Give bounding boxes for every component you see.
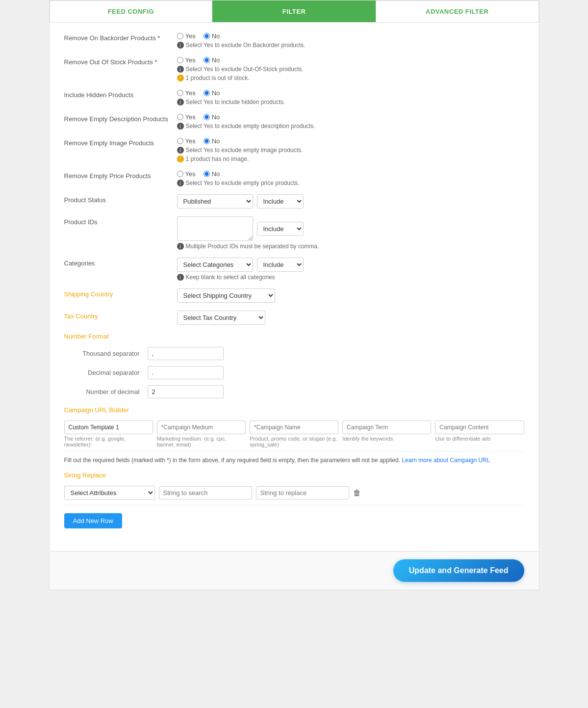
string-replace-search-input[interactable]: [159, 486, 252, 499]
remove-on-backorder-radio-group: Yes No: [177, 32, 524, 40]
tax-country-select[interactable]: Select Tax Country: [177, 311, 265, 325]
product-status-include-select[interactable]: Include Exclude: [257, 194, 304, 209]
backorder-no-radio[interactable]: [204, 33, 210, 39]
categories-info-icon: i: [177, 274, 184, 281]
campaign-content-field: Use to differentiate ads: [435, 420, 524, 447]
empty-desc-yes-radio[interactable]: [177, 114, 183, 120]
empty-image-yes[interactable]: Yes: [177, 137, 196, 145]
empty-desc-no[interactable]: No: [204, 113, 220, 121]
campaign-term-input[interactable]: [342, 420, 431, 434]
remove-empty-price-label: Remove Empty Price Products: [64, 170, 172, 180]
thousand-separator-input[interactable]: [148, 347, 224, 360]
string-replace-section: String Replace Select Attributes 🗑 Add N…: [64, 472, 524, 528]
decimal-separator-row: Decimal separator: [64, 366, 524, 379]
shipping-country-select[interactable]: Select Shipping Country: [177, 288, 275, 303]
remove-out-of-stock-label: Remove Out Of Stock Products *: [64, 56, 172, 66]
remove-out-of-stock-radio-group: Yes No: [177, 56, 524, 64]
backorder-yes-radio[interactable]: [177, 33, 183, 39]
remove-empty-image-controls: Yes No i Select Yes to exclude empty ima…: [177, 137, 524, 162]
string-replace-attribute-select[interactable]: Select Attributes: [64, 486, 155, 500]
out-of-stock-yes[interactable]: Yes: [177, 56, 196, 64]
out-of-stock-yes-radio[interactable]: [177, 57, 183, 63]
include-hidden-controls: Yes No i Select Yes to include hidden pr…: [177, 89, 524, 105]
empty-desc-yes[interactable]: Yes: [177, 113, 196, 121]
string-replace-row: Select Attributes 🗑: [64, 486, 524, 500]
include-hidden-hint: i Select Yes to include hidden products.: [177, 99, 524, 105]
out-of-stock-warn: ! 1 product is out of stock.: [177, 75, 524, 81]
add-new-row-button[interactable]: Add New Row: [64, 513, 122, 528]
remove-on-backorder-controls: Yes No i Select Yes to exclude On Backor…: [177, 32, 524, 49]
campaign-content-input[interactable]: [435, 420, 524, 434]
campaign-name-field: Product, promo code, or slogan (e.g. spr…: [250, 420, 338, 447]
empty-desc-info-icon: i: [177, 123, 184, 130]
remove-empty-desc-controls: Yes No i Select Yes to exclude empty des…: [177, 113, 524, 130]
campaign-url-section: Campaign URL Builder The referrer: (e.g.…: [64, 406, 524, 464]
hidden-yes-radio[interactable]: [177, 90, 183, 96]
decimal-separator-label: Decimal separator: [64, 369, 148, 376]
product-ids-inline: Include Exclude: [177, 216, 524, 241]
thousand-separator-label: Thousand separator: [64, 350, 148, 357]
tab-advanced-filter[interactable]: ADVANCED FILTER: [376, 0, 539, 22]
page-wrapper: FEED CONFIG FILTER ADVANCED FILTER Remov…: [49, 0, 539, 590]
tax-country-controls: Select Tax Country: [177, 311, 524, 325]
campaign-name-input[interactable]: [250, 420, 338, 434]
remove-on-backorder-row: Remove On Backorder Products * Yes No i …: [64, 32, 524, 49]
categories-include-select[interactable]: Include Exclude: [257, 258, 304, 272]
number-of-decimal-input[interactable]: [148, 385, 224, 398]
remove-empty-desc-label: Remove Empty Description Products: [64, 113, 172, 123]
categories-select[interactable]: Select Categories: [177, 258, 253, 272]
hidden-info-icon: i: [177, 99, 184, 105]
empty-desc-no-radio[interactable]: [204, 114, 210, 120]
number-of-decimal-row: Number of decimal: [64, 385, 524, 398]
empty-image-yes-radio[interactable]: [177, 138, 183, 144]
product-status-row: Product Status Published Draft Pending P…: [64, 194, 524, 209]
remove-empty-price-row: Remove Empty Price Products Yes No i Sel…: [64, 170, 524, 186]
product-ids-input[interactable]: [177, 216, 253, 241]
empty-image-no[interactable]: No: [204, 137, 220, 145]
empty-desc-hint: i Select Yes to exclude empty descriptio…: [177, 123, 524, 130]
tab-filter[interactable]: FILTER: [212, 0, 376, 22]
include-hidden-no[interactable]: No: [204, 89, 220, 97]
empty-price-no-radio[interactable]: [204, 171, 210, 177]
categories-row: Categories Select Categories Include Exc…: [64, 258, 524, 281]
campaign-url-title: Campaign URL Builder: [64, 406, 524, 414]
remove-on-backorder-no[interactable]: No: [204, 32, 220, 40]
empty-price-yes-radio[interactable]: [177, 171, 183, 177]
remove-on-backorder-label: Remove On Backorder Products *: [64, 32, 172, 42]
out-of-stock-no-radio[interactable]: [204, 57, 210, 63]
number-format-grid: Thousand separator Decimal separator Num…: [64, 347, 524, 398]
string-replace-divider: [64, 505, 524, 505]
out-of-stock-info-icon: i: [177, 66, 184, 73]
tab-feed-config[interactable]: FEED CONFIG: [50, 0, 213, 22]
include-hidden-label: Include Hidden Products: [64, 89, 172, 99]
remove-on-backorder-yes[interactable]: Yes: [177, 32, 196, 40]
include-hidden-yes[interactable]: Yes: [177, 89, 196, 97]
string-replace-delete-icon[interactable]: 🗑: [353, 489, 361, 498]
include-hidden-row: Include Hidden Products Yes No i Select …: [64, 89, 524, 105]
product-ids-info-icon: i: [177, 243, 184, 250]
number-format-section: Number Format Thousand separator Decimal…: [64, 333, 524, 398]
empty-price-yes[interactable]: Yes: [177, 170, 196, 178]
string-replace-replace-input[interactable]: [256, 486, 349, 499]
empty-price-no[interactable]: No: [204, 170, 220, 178]
page-footer: Update and Generate Feed: [50, 551, 539, 590]
hidden-no-radio[interactable]: [204, 90, 210, 96]
remove-empty-price-controls: Yes No i Select Yes to exclude empty pri…: [177, 170, 524, 186]
campaign-medium-input[interactable]: [157, 420, 246, 434]
campaign-term-field: Identify the keywords: [342, 420, 431, 447]
product-status-select[interactable]: Published Draft Pending Private: [177, 194, 253, 209]
decimal-separator-input[interactable]: [148, 366, 224, 379]
tabs-bar: FEED CONFIG FILTER ADVANCED FILTER: [50, 0, 539, 23]
empty-image-warn: ! 1 product has no image.: [177, 156, 524, 162]
campaign-custom-template-field: The referrer: (e.g. google, newsletter): [64, 420, 153, 447]
update-generate-feed-button[interactable]: Update and Generate Feed: [393, 559, 524, 582]
out-of-stock-no[interactable]: No: [204, 56, 220, 64]
campaign-url-link[interactable]: Learn more about Campaign URL: [402, 457, 490, 464]
empty-image-warn-icon: !: [177, 156, 184, 162]
empty-image-no-radio[interactable]: [204, 138, 210, 144]
campaign-custom-template-input[interactable]: [64, 420, 153, 434]
campaign-medium-field: Marketing medium: (e.g. cpc, banner, ema…: [157, 420, 246, 447]
campaign-custom-template-hint: The referrer: (e.g. google, newsletter): [64, 436, 153, 447]
out-of-stock-warn-icon: !: [177, 75, 184, 81]
product-ids-include-select[interactable]: Include Exclude: [257, 222, 304, 236]
